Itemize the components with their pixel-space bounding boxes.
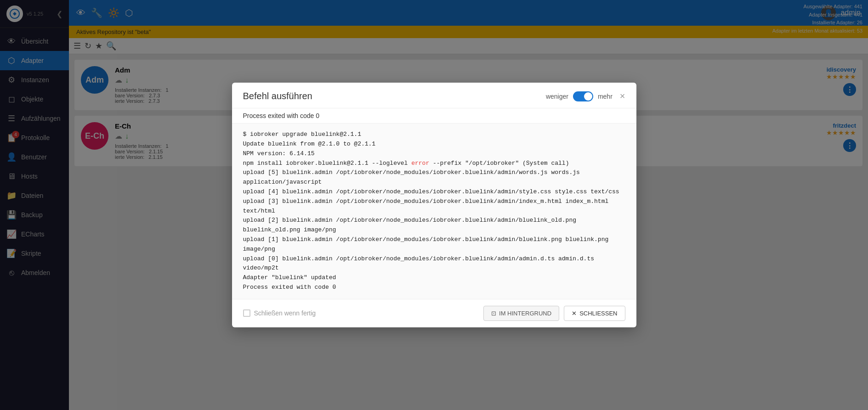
modal: Befehl ausführen weniger mehr × Process … [232, 83, 636, 327]
log-line-10: upload [0] bluelink.admin /opt/iobroker/… [243, 254, 625, 274]
log-line-1: $ iobroker upgrade bluelink@2.1.1 [243, 130, 625, 140]
modal-title: Befehl ausführen [243, 91, 312, 101]
modal-log-body: $ iobroker upgrade bluelink@2.1.1 Update… [232, 124, 636, 299]
modal-footer: Schließen wenn fertig ⊡ IM HINTERGRUND ✕… [232, 299, 636, 327]
modal-footer-buttons: ⊡ IM HINTERGRUND ✕ SCHLIESSEN [483, 306, 625, 321]
log-line-9: upload [1] bluelink.admin /opt/iobroker/… [243, 235, 625, 254]
background-button[interactable]: ⊡ IM HINTERGRUND [483, 306, 559, 321]
log-error-text: error [411, 160, 429, 167]
modal-controls: weniger mehr [546, 91, 613, 101]
modal-overlay: Befehl ausführen weniger mehr × Process … [0, 0, 868, 410]
log-line-12: Process exited with code 0 [243, 283, 625, 292]
background-icon: ⊡ [491, 310, 496, 317]
log-line-3: NPM version: 6.14.15 [243, 149, 625, 159]
close-modal-button[interactable]: ✕ SCHLIESSEN [564, 306, 625, 321]
close-when-done-text: Schließen wenn fertig [254, 309, 316, 317]
close-when-done-label[interactable]: Schließen wenn fertig [243, 309, 316, 317]
toggle-switch[interactable] [573, 91, 593, 101]
modal-close-icon[interactable]: × [620, 91, 625, 101]
toggle-more-label: mehr [598, 93, 613, 100]
modal-header: Befehl ausführen weniger mehr × [232, 83, 636, 108]
log-line-8: upload [2] bluelink.admin /opt/iobroker/… [243, 216, 625, 235]
toggle-less-label: weniger [546, 93, 568, 100]
close-x-icon: ✕ [572, 310, 577, 317]
log-line-11: Adapter "bluelink" updated [243, 273, 625, 283]
log-line-7: upload [3] bluelink.admin /opt/iobroker/… [243, 197, 625, 216]
log-line-4: npm install iobroker.bluelink@2.1.1 --lo… [243, 159, 625, 168]
close-when-done-checkbox[interactable] [243, 309, 250, 317]
modal-process-header: Process exited with code 0 [232, 108, 636, 124]
log-line-5: upload [5] bluelink.admin /opt/iobroker/… [243, 168, 625, 187]
log-line-6: upload [4] bluelink.admin /opt/iobroker/… [243, 187, 625, 197]
log-line-2: Update bluelink from @2.1.0 to @2.1.1 [243, 140, 625, 149]
background-label: IM HINTERGRUND [499, 310, 551, 317]
close-modal-label: SCHLIESSEN [579, 310, 617, 317]
